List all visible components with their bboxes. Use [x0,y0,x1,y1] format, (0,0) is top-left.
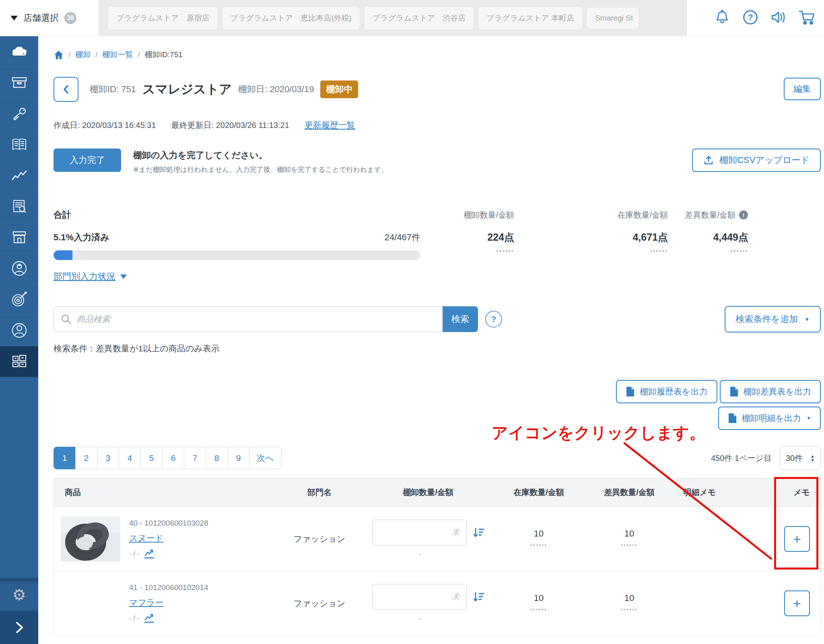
per-page-select[interactable]: 30件 [780,446,821,470]
sidebar-settings[interactable]: ⚙ [0,578,38,611]
update-history-link[interactable]: 更新履歴一覧 [305,120,355,131]
help-icon[interactable]: ? [741,8,760,27]
back-button[interactable] [54,77,78,102]
counted-qty-input[interactable] [372,520,467,545]
page-button-4[interactable]: 4 [119,447,141,469]
breadcrumb-link-inventory[interactable]: 棚卸 [75,50,91,60]
stat-label-diff: 差異数量/金額 ! [668,209,748,221]
line-chart-icon [10,167,28,184]
product-info: 41 - 101200600102014 マフラー - / - [129,583,208,623]
export-diff-button[interactable]: 棚卸差異表を出力 [720,380,821,403]
trend-chart-icon[interactable] [144,613,155,623]
chevron-down-icon [120,275,127,279]
stock-qty-value: 10 [534,528,544,539]
product-name-link[interactable]: スヌード [129,533,163,544]
select-arrows-icon [810,454,815,462]
breadcrumb-link-inventory-list[interactable]: 棚卸一覧 [103,50,133,60]
export-diff-label: 棚卸差異表を出力 [744,386,812,397]
search-help-icon[interactable]: ? [485,311,502,328]
page-button-2[interactable]: 2 [75,447,97,469]
store-selector[interactable]: 店舗選択 38 [0,0,99,36]
status-badge: 棚卸中 [320,80,358,98]
sidebar-item-reports[interactable] [0,191,38,222]
page-button-1[interactable]: 1 [54,447,76,469]
product-price-label: - / - [129,614,140,622]
sort-icon[interactable] [472,527,484,538]
action-texts: 棚卸の入力を完了してください。 ※まだ棚卸処理は行われません。入力完了後、棚卸を… [133,149,388,174]
trend-chart-icon[interactable] [144,549,155,559]
add-condition-button[interactable]: 検索条件を追加 [725,306,821,332]
search-input[interactable] [76,314,436,324]
edit-button[interactable]: 編集 [784,78,821,100]
diff-qty-cell: 10 ****** [581,593,678,613]
page-button-7[interactable]: 7 [184,447,206,469]
home-icon[interactable] [54,50,64,60]
diff-amount-masked: ****** [621,607,638,613]
page-button-9[interactable]: 9 [227,447,249,469]
action-note: ※まだ棚卸処理は行われません。入力完了後、棚卸を完了することで行われます。 [133,165,388,174]
sidebar-item-cloud[interactable] [0,36,38,67]
stock-qty-cell: 10 ****** [496,593,581,613]
storefront-icon [10,229,28,246]
memo-cell: + [722,590,820,616]
csv-upload-button[interactable]: 棚卸CSVアップロード [692,149,821,172]
stat-masked-diff: ****** [668,249,748,260]
counted-qty-input[interactable] [372,584,467,610]
store-selector-label: 店舗選択 [23,12,59,24]
page-button-6[interactable]: 6 [162,447,184,469]
department-status-toggle[interactable]: 部門別入力状況 [54,270,824,283]
sidebar: ⚙ [0,36,38,644]
key-icon [11,105,28,122]
counted-qty-cell: - [360,584,496,623]
store-tab[interactable]: プラグラムストア 原宿店 [108,7,218,29]
sidebar-item-analytics[interactable] [0,160,38,191]
info-icon[interactable]: ! [739,210,748,220]
meta-row: 作成日: 2020/03/13 16:45:31 最終更新日: 2020/03/… [54,120,824,131]
sidebar-expand[interactable] [0,611,38,644]
sidebar-item-transactions[interactable] [0,98,38,129]
sidebar-item-inventory[interactable] [0,346,38,377]
stock-qty-cell: 10 ****** [496,528,581,549]
input-complete-button[interactable]: 入力完了 [54,149,121,172]
store-tab[interactable]: Smaregi St [587,8,639,29]
department-status-link[interactable]: 部門別入力状況 [54,270,115,283]
page-button-8[interactable]: 8 [206,447,228,469]
col-header-memo: メモ [722,487,820,498]
sidebar-item-journal[interactable] [0,129,38,160]
sidebar-item-staff[interactable] [0,253,38,284]
store-tab[interactable]: プラグラムストア 本町店 [478,7,582,29]
upload-icon [703,155,714,165]
announcement-icon[interactable] [769,8,788,27]
add-memo-button[interactable]: + [784,590,810,616]
stock-amount-masked: ****** [530,607,547,613]
pagination-row: 1 2 3 4 5 6 7 8 9 次へ 450件 1ページ目 30件 [54,446,824,470]
store-tab[interactable]: プラグラムストア 恵比寿店(外税) [222,7,360,29]
per-page-value: 30件 [786,453,803,464]
department-cell: ファッション [279,598,360,609]
page-button-3[interactable]: 3 [97,447,119,469]
product-name-link[interactable]: マフラー [129,597,163,608]
cart-icon[interactable] [797,8,816,27]
store-tab[interactable]: プラグラムストア 渋谷店 [365,7,474,29]
product-image [61,516,120,561]
bell-icon[interactable] [713,8,731,27]
export-history-label: 棚卸履歴表を出力 [640,386,708,397]
inventory-date-label: 棚卸日: 2020/03/19 [238,83,314,95]
sidebar-item-products[interactable] [0,67,38,98]
add-memo-button[interactable]: + [784,526,810,552]
export-detail-button[interactable]: 棚卸明細を出力 [718,407,821,430]
sidebar-item-target[interactable] [0,284,38,315]
sidebar-item-customers[interactable] [0,315,38,346]
page-button-5[interactable]: 5 [140,447,163,469]
col-header-department: 部門名 [279,487,360,498]
page-button-next[interactable]: 次へ [249,447,282,469]
stat-label-stock: 在庫数量/金額 [514,209,668,221]
export-history-button[interactable]: 棚卸履歴表を出力 [616,380,717,403]
memo-cell: + [722,526,820,552]
sidebar-item-store[interactable] [0,222,38,253]
sort-icon[interactable] [472,591,484,603]
search-button[interactable]: 検索 [443,306,478,332]
report-search-icon [11,198,28,215]
stock-amount-masked: ****** [530,543,547,549]
file-icon [729,386,738,397]
